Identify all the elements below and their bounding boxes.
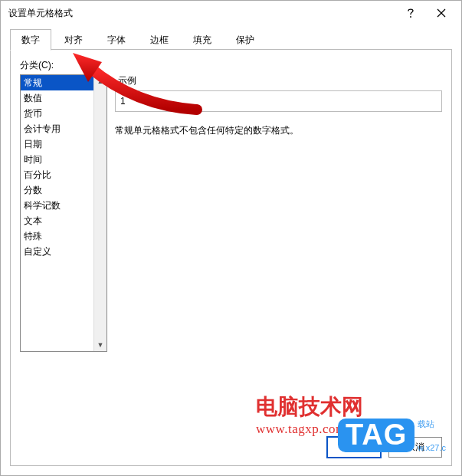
tab-alignment[interactable]: 对齐 <box>53 29 94 50</box>
dialog-content: 数字 对齐 字体 边框 填充 保护 分类(C): 常规 数值 货币 会计专用 日… <box>10 30 452 466</box>
scroll-thumb[interactable] <box>96 87 105 339</box>
format-cells-dialog: 设置单元格格式 数字 对齐 字体 边框 填充 保护 分类(C): <box>0 0 462 476</box>
tab-number[interactable]: 数字 <box>10 29 51 51</box>
help-button[interactable] <box>395 2 426 24</box>
tabstrip: 数字 对齐 字体 边框 填充 保护 <box>10 30 452 50</box>
dialog-buttons: 确定 取消 <box>327 437 442 458</box>
sample-value: 1 <box>120 96 126 107</box>
titlebar: 设置单元格格式 <box>1 1 461 25</box>
category-description: 常规单元格格式不包含任何特定的数字格式。 <box>115 124 442 137</box>
category-label: 分类(C): <box>20 59 442 72</box>
close-button[interactable] <box>426 2 457 24</box>
scroll-up-arrow-icon[interactable]: ▲ <box>94 75 106 87</box>
category-detail: 示例 1 常规单元格格式不包含任何特定的数字格式。 <box>115 74 442 137</box>
cancel-button[interactable]: 取消 <box>388 437 442 458</box>
tab-panel-number: 分类(C): 常规 数值 货币 会计专用 日期 时间 百分比 分数 科学记数 文… <box>10 50 452 466</box>
tab-border[interactable]: 边框 <box>139 29 180 50</box>
window-title: 设置单元格格式 <box>8 7 395 20</box>
ok-button[interactable]: 确定 <box>327 437 381 458</box>
category-listbox[interactable]: 常规 数值 货币 会计专用 日期 时间 百分比 分数 科学记数 文本 特殊 自定… <box>20 74 107 352</box>
help-icon <box>406 8 415 18</box>
scroll-down-arrow-icon[interactable]: ▼ <box>94 339 106 351</box>
sample-value-box: 1 <box>115 90 442 112</box>
tab-fill[interactable]: 填充 <box>182 29 223 50</box>
tab-protection[interactable]: 保护 <box>224 29 266 50</box>
listbox-scrollbar[interactable]: ▲ ▼ <box>93 75 106 351</box>
close-icon <box>437 8 446 18</box>
sample-label: 示例 <box>118 74 442 87</box>
tab-font[interactable]: 字体 <box>96 29 137 50</box>
svg-point-0 <box>410 16 411 18</box>
